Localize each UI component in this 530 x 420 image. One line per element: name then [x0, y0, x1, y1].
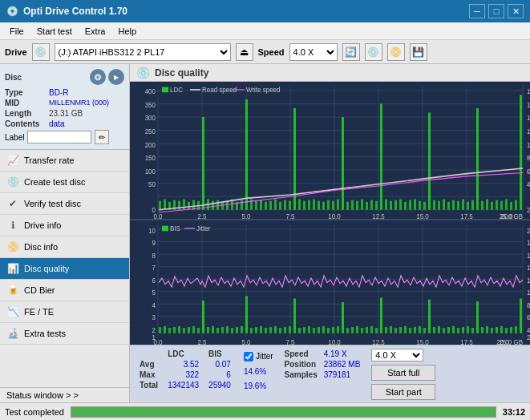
sidebar-item-disc-info[interactable]: 📀 Disc info [0, 236, 129, 258]
svg-rect-181 [313, 328, 315, 333]
maximize-button[interactable]: □ [488, 4, 504, 18]
transfer-rate-icon: 📈 [6, 154, 19, 167]
svg-text:7.5: 7.5 [285, 212, 294, 218]
speed-dropdown[interactable]: 4.0 X [371, 349, 423, 361]
status-window[interactable]: Status window > > [0, 387, 129, 402]
drive-label: Drive [5, 47, 27, 57]
sidebar-item-transfer-rate[interactable]: 📈 Transfer rate [0, 150, 129, 172]
svg-rect-188 [346, 328, 349, 333]
disc-panel-header: Disc 💿 ▶ [5, 69, 124, 85]
svg-text:350: 350 [145, 101, 156, 109]
svg-rect-64 [370, 200, 373, 210]
disc-length-row: Length 23.31 GB [5, 109, 124, 118]
svg-rect-168 [250, 328, 253, 333]
close-button[interactable]: ✕ [508, 4, 524, 18]
eject-button[interactable]: ⏏ [236, 43, 253, 61]
drive-icon-button[interactable]: 💿 [32, 43, 50, 61]
status-window-label: Status window > > [6, 390, 79, 400]
sidebar-item-create-test-disc-label: Create test disc [24, 177, 85, 187]
svg-rect-187 [342, 302, 344, 333]
svg-rect-210 [452, 326, 455, 333]
status-text: Test completed [5, 407, 64, 417]
jitter-checkbox[interactable] [244, 352, 253, 361]
sidebar-item-cd-bier[interactable]: 🍺 CD Bier [0, 280, 129, 301]
label-edit-button[interactable]: ✏ [95, 130, 109, 144]
verify-test-disc-icon: ✔ [6, 197, 19, 210]
svg-rect-156 [192, 326, 195, 333]
speed-select[interactable]: 4.0 X [289, 43, 338, 61]
svg-rect-76 [428, 113, 431, 210]
menu-extra[interactable]: Extra [79, 25, 112, 38]
minimize-button[interactable]: ─ [469, 4, 485, 18]
start-part-button[interactable]: Start part [371, 384, 435, 400]
sidebar-item-disc-quality[interactable]: 📊 Disc quality [0, 258, 129, 280]
disc-type-label: Type [5, 88, 49, 97]
disc-panel: Disc 💿 ▶ Type BD-R MID MILLENMR1 (000) L… [0, 64, 129, 150]
svg-rect-69 [394, 200, 397, 210]
svg-rect-56 [332, 201, 334, 210]
menu-start-test[interactable]: Start test [30, 25, 79, 38]
content-header-title: Disc quality [155, 67, 208, 79]
status-time: 33:12 [503, 407, 525, 417]
svg-rect-65 [375, 201, 378, 210]
save-button[interactable]: 💾 [410, 43, 427, 61]
disc-button[interactable]: 💿 [365, 43, 382, 61]
svg-rect-72 [409, 200, 411, 210]
sidebar-item-extra-tests[interactable]: 🔬 Extra tests [0, 323, 129, 345]
refresh-button[interactable]: 🔄 [342, 43, 360, 61]
svg-text:6: 6 [152, 276, 156, 285]
disc-label-input[interactable] [27, 131, 91, 143]
disc-icon2[interactable]: ▶ [108, 69, 124, 85]
speed-buttons: 4.0 X Start full Start part [371, 349, 435, 399]
sidebar-item-drive-info[interactable]: ℹ Drive info [0, 215, 129, 236]
sidebar-item-create-test-disc[interactable]: 💿 Create test disc [0, 172, 129, 193]
svg-rect-82 [457, 201, 459, 210]
sidebar-item-verify-test-disc[interactable]: ✔ Verify test disc [0, 193, 129, 215]
svg-text:400: 400 [145, 87, 156, 95]
svg-rect-186 [337, 326, 339, 333]
svg-text:8%: 8% [527, 301, 530, 309]
svg-rect-86 [476, 108, 479, 210]
svg-rect-150 [164, 326, 166, 333]
svg-rect-189 [351, 327, 354, 333]
sidebar-item-drive-info-label: Drive info [24, 220, 61, 230]
svg-rect-161 [216, 328, 219, 333]
charts-area: 400 350 300 250 200 150 100 50 0 18X 16X… [130, 82, 530, 345]
svg-rect-26 [188, 202, 190, 210]
svg-rect-204 [423, 328, 426, 333]
svg-rect-182 [318, 327, 320, 333]
drive-info-icon: ℹ [6, 219, 19, 232]
cd-bier-icon: 🍺 [6, 284, 19, 297]
svg-text:12%: 12% [527, 276, 530, 285]
ldc-bis-stats: LDC BIS Avg 3.52 0.07 Max 322 6 Total [135, 349, 236, 399]
menu-help[interactable]: Help [111, 25, 143, 38]
svg-rect-177 [293, 298, 296, 333]
sidebar-item-fe-te[interactable]: 📉 FE / TE [0, 301, 129, 323]
svg-text:BIS: BIS [170, 224, 180, 233]
total-ldc: 1342143 [163, 380, 204, 390]
svg-rect-78 [438, 201, 440, 210]
svg-rect-43 [269, 201, 272, 210]
svg-text:10.0: 10.0 [328, 338, 341, 345]
progress-bar-fill [71, 407, 496, 417]
col-bis: BIS [204, 349, 236, 359]
disc2-button[interactable]: 📀 [387, 43, 405, 61]
title-bar: 💿 Opti Drive Control 1.70 ─ □ ✕ [0, 0, 530, 22]
svg-text:10: 10 [148, 226, 156, 235]
svg-rect-63 [366, 202, 368, 210]
app-title: Opti Drive Control 1.70 [23, 6, 127, 17]
start-buttons-container: Start full Start part [371, 365, 435, 400]
menu-file[interactable]: File [3, 25, 30, 38]
svg-rect-192 [366, 327, 368, 333]
svg-rect-193 [370, 326, 373, 333]
svg-rect-50 [303, 201, 305, 210]
speed-col-label: Speed [281, 349, 321, 359]
svg-text:12X: 12X [527, 127, 530, 135]
disc-label-row: Label ✏ [5, 130, 124, 144]
position-label: Position [281, 359, 321, 370]
svg-rect-25 [183, 200, 185, 210]
drive-select[interactable]: (J:) ATAPI iHBS312 2 PL17 [55, 43, 231, 61]
svg-rect-32 [216, 200, 219, 210]
start-full-button[interactable]: Start full [371, 365, 435, 381]
max-position: 23862 MB [321, 359, 364, 370]
